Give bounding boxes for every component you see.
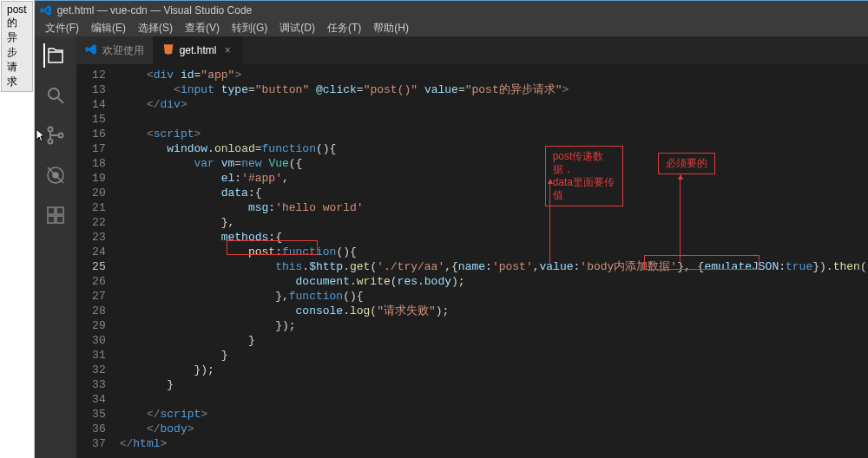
svg-rect-11 [56,216,63,223]
close-icon[interactable]: × [221,44,233,56]
menu-help[interactable]: 帮助(H) [368,20,414,36]
annotation-required: 必须要的 [658,153,715,174]
menu-edit[interactable]: 编辑(E) [86,20,131,36]
tabbar: 欢迎使用 get.html × [76,36,868,64]
svg-rect-8 [48,207,55,214]
vscode-tab-icon [85,43,97,58]
editor-area: 欢迎使用 get.html × 12 13 14 [76,36,868,458]
annotation-arrow-icon [549,180,550,263]
window-title: get.html — vue-cdn — Visual Studio Code [57,4,253,16]
extensions-icon[interactable] [43,203,68,227]
svg-point-2 [48,128,52,132]
explorer-icon[interactable] [43,43,68,68]
editor-body[interactable]: 12 13 14 15 16 17 18 19 20 21 22 23 24 2… [76,64,868,458]
menubar: 文件(F) 编辑(E) 选择(S) 查看(V) 转到(G) 调试(D) 任务(T… [35,19,868,36]
cursor-icon [36,129,47,147]
svg-point-4 [58,134,62,138]
page-title: post的异步请求 [1,1,33,92]
browser-panel: post的异步请求 [0,0,35,458]
titlebar: get.html — vue-cdn — Visual Studio Code [35,0,868,19]
vscode-window: get.html — vue-cdn — Visual Studio Code … [35,0,868,458]
svg-rect-10 [48,216,55,223]
tab-label: get.html [180,44,217,56]
code-content[interactable]: <div id="app"> <input type="button" @cli… [120,64,868,458]
menu-goto[interactable]: 转到(G) [227,20,273,36]
search-icon[interactable] [43,83,68,108]
svg-rect-9 [56,207,63,214]
svg-point-0 [49,88,59,99]
tab-welcome[interactable]: 欢迎使用 [76,36,154,64]
menu-view[interactable]: 查看(V) [180,20,225,36]
activitybar [35,36,76,458]
annotation-post-data: post传递数据， data里面要传值 [545,146,623,206]
menu-tasks[interactable]: 任务(T) [322,20,366,36]
tab-get-html[interactable]: get.html × [154,36,244,64]
menu-debug[interactable]: 调试(D) [274,20,320,36]
menu-select[interactable]: 选择(S) [133,20,178,36]
menu-file[interactable]: 文件(F) [40,20,84,36]
svg-point-3 [48,140,52,144]
svg-line-1 [58,98,63,103]
debug-icon[interactable] [43,163,68,187]
vscode-logo-icon [40,4,52,16]
html-file-icon [162,43,174,58]
gutter: 12 13 14 15 16 17 18 19 20 21 22 23 24 2… [76,64,120,458]
annotation-arrow-icon [680,175,681,263]
tab-label: 欢迎使用 [102,43,144,58]
